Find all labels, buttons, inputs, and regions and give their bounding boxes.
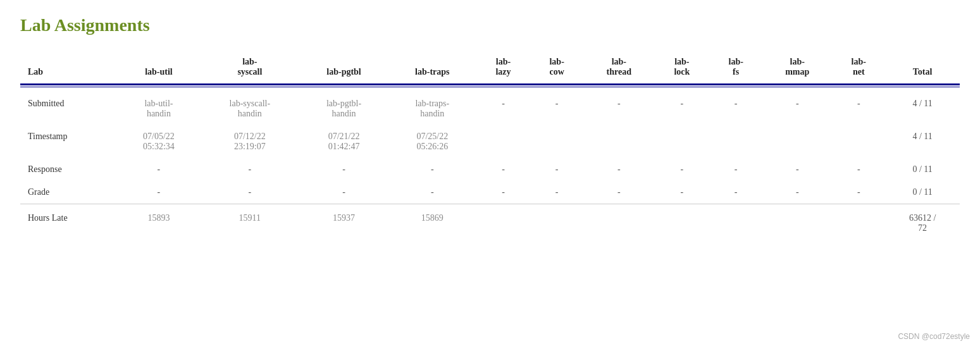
cell-response-total: 0 / 11 [885, 158, 960, 181]
cell-hourslate-cow [530, 204, 583, 240]
cell-hourslate-thread [583, 204, 654, 240]
cell-submitted-fs: - [709, 87, 762, 126]
cell-hourslate-lock [655, 204, 710, 240]
cell-response-util: - [118, 158, 201, 181]
col-header-lazy: lab-lazy [476, 51, 530, 85]
cell-response-pgtbl: - [299, 158, 388, 181]
cell-timestamp-net [832, 125, 885, 158]
cell-response-syscall: - [200, 158, 299, 181]
cell-timestamp-fs [709, 125, 762, 158]
cell-grade-util: - [118, 181, 201, 204]
cell-response-traps: - [388, 158, 476, 181]
cell-submitted-cow: - [530, 87, 583, 126]
row-label-timestamp: Timestamp [20, 125, 118, 158]
cell-timestamp-traps: 07/25/2205:26:26 [388, 125, 476, 158]
lab-assignments-table: Lab lab-util lab-syscall lab-pgtbl lab-t… [20, 51, 960, 240]
cell-timestamp-cow [530, 125, 583, 158]
col-header-thread: lab-thread [583, 51, 654, 85]
cell-grade-fs: - [709, 181, 762, 204]
cell-grade-net: - [832, 181, 885, 204]
col-header-lab: Lab [20, 51, 118, 85]
cell-timestamp-lock [655, 125, 710, 158]
page-title: Lab Assignments [20, 15, 960, 35]
cell-submitted-net: - [832, 87, 885, 126]
cell-submitted-traps: lab-traps-handin [388, 87, 476, 126]
table-row: Submitted lab-util-handin lab-syscall-ha… [20, 87, 960, 126]
cell-submitted-mmap: - [762, 87, 832, 126]
table-row: Grade - - - - - - - - - - - 0 / 11 [20, 181, 960, 204]
cell-grade-total: 0 / 11 [885, 181, 960, 204]
cell-submitted-total: 4 / 11 [885, 87, 960, 126]
table-row: Hours Late 15893 15911 15937 15869 63612… [20, 204, 960, 240]
cell-grade-lazy: - [476, 181, 530, 204]
cell-hourslate-total: 63612 /72 [885, 204, 960, 240]
cell-submitted-thread: - [583, 87, 654, 126]
cell-response-thread: - [583, 158, 654, 181]
col-header-total: Total [885, 51, 960, 85]
cell-response-lazy: - [476, 158, 530, 181]
col-header-pgtbl: lab-pgtbl [299, 51, 388, 85]
row-label-response: Response [20, 158, 118, 181]
cell-timestamp-syscall: 07/12/2223:19:07 [200, 125, 299, 158]
cell-hourslate-mmap [762, 204, 832, 240]
cell-timestamp-pgtbl: 07/21/2201:42:47 [299, 125, 388, 158]
row-label-grade: Grade [20, 181, 118, 204]
row-label-hourslate: Hours Late [20, 204, 118, 240]
col-header-mmap: lab-mmap [762, 51, 832, 85]
cell-grade-syscall: - [200, 181, 299, 204]
cell-hourslate-net [832, 204, 885, 240]
cell-grade-traps: - [388, 181, 476, 204]
cell-submitted-pgtbl: lab-pgtbl-handin [299, 87, 388, 126]
cell-submitted-lazy: - [476, 87, 530, 126]
col-header-cow: lab-cow [530, 51, 583, 85]
cell-grade-mmap: - [762, 181, 832, 204]
cell-grade-cow: - [530, 181, 583, 204]
table-row: Timestamp 07/05/2205:32:34 07/12/2223:19… [20, 125, 960, 158]
cell-grade-lock: - [655, 181, 710, 204]
col-header-traps: lab-traps [388, 51, 476, 85]
cell-timestamp-lazy [476, 125, 530, 158]
cell-hourslate-traps: 15869 [388, 204, 476, 240]
row-label-submitted: Submitted [20, 87, 118, 126]
col-header-fs: lab-fs [709, 51, 762, 85]
cell-grade-thread: - [583, 181, 654, 204]
cell-hourslate-lazy [476, 204, 530, 240]
table-header-row: Lab lab-util lab-syscall lab-pgtbl lab-t… [20, 51, 960, 85]
cell-timestamp-thread [583, 125, 654, 158]
col-header-syscall: lab-syscall [200, 51, 299, 85]
cell-response-fs: - [709, 158, 762, 181]
cell-response-lock: - [655, 158, 710, 181]
cell-submitted-syscall: lab-syscall-handin [200, 87, 299, 126]
cell-hourslate-util: 15893 [118, 204, 201, 240]
cell-timestamp-mmap [762, 125, 832, 158]
cell-response-net: - [832, 158, 885, 181]
cell-hourslate-pgtbl: 15937 [299, 204, 388, 240]
cell-hourslate-syscall: 15911 [200, 204, 299, 240]
col-header-net: lab-net [832, 51, 885, 85]
cell-timestamp-util: 07/05/2205:32:34 [118, 125, 201, 158]
cell-submitted-lock: - [655, 87, 710, 126]
cell-response-cow: - [530, 158, 583, 181]
cell-timestamp-total: 4 / 11 [885, 125, 960, 158]
cell-hourslate-fs [709, 204, 762, 240]
cell-grade-pgtbl: - [299, 181, 388, 204]
cell-response-mmap: - [762, 158, 832, 181]
col-header-lock: lab-lock [655, 51, 710, 85]
table-row: Response - - - - - - - - - - - 0 / 11 [20, 158, 960, 181]
col-header-util: lab-util [118, 51, 201, 85]
cell-submitted-util: lab-util-handin [118, 87, 201, 126]
